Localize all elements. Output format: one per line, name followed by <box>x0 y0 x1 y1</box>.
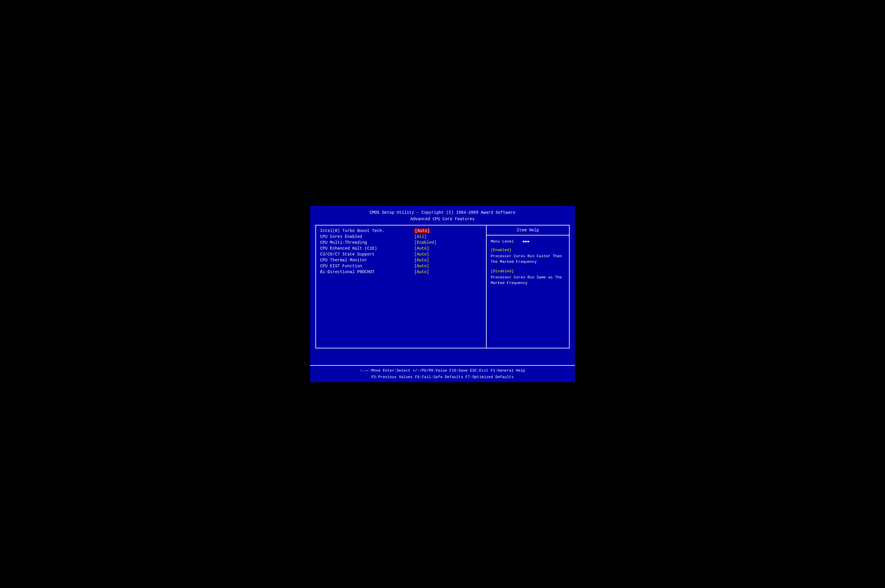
help-section-disabled: [Disabled] Processor Cores Run Same as T… <box>491 269 565 286</box>
menu-item-row[interactable]: Intel(R) Turbo Boost Tech.[Auto] <box>320 228 482 233</box>
footer-line1: ↑↓→←:Move Enter:Select +/-/PU/PD:Value F… <box>316 368 569 374</box>
menu-item-label: Intel(R) Turbo Boost Tech. <box>320 228 414 233</box>
header-line1: CMOS Setup Utility - Copyright (C) 1984-… <box>313 209 572 216</box>
item-help-title: Item Help <box>487 225 569 236</box>
help-disabled-title: [Disabled] <box>491 269 565 273</box>
help-enabled-text: Processor Cores Run Faster Then The Mark… <box>491 254 565 265</box>
menu-item-label: CPU Cores Enabled <box>320 234 414 239</box>
main-content: Intel(R) Turbo Boost Tech.[Auto]CPU Core… <box>316 225 569 348</box>
menu-item-row[interactable]: CPU EIST Function[Auto] <box>320 264 482 268</box>
menu-item-row[interactable]: CPU Multi-Threading[Enabled] <box>320 240 482 245</box>
bios-footer: ↑↓→←:Move Enter:Select +/-/PU/PD:Value F… <box>310 365 575 382</box>
menu-item-row[interactable]: CPU Cores Enabled[All] <box>320 234 482 239</box>
header-line2: Advanced CPU Core Features <box>313 216 572 222</box>
menu-item-row[interactable]: CPU Enhanced Halt (C1E)[Auto] <box>320 246 482 251</box>
item-help-content: Menu Level ▶▶▶ [Enabled] Processor Cores… <box>487 236 569 294</box>
menu-item-row[interactable]: C3/C6/C7 State Support[Auto] <box>320 252 482 256</box>
menu-item-value[interactable]: [Auto] <box>414 258 429 262</box>
menu-item-label: CPU EIST Function <box>320 264 414 268</box>
menu-item-row[interactable]: Bi-Directional PROCHOT[Auto] <box>320 270 482 274</box>
menu-item-label: CPU Thermal Monitor <box>320 258 414 262</box>
menu-level-arrows: ▶▶▶ <box>523 239 530 244</box>
left-panel: Intel(R) Turbo Boost Tech.[Auto]CPU Core… <box>316 225 487 348</box>
menu-item-value[interactable]: [Auto] <box>414 264 429 268</box>
menu-item-row[interactable]: CPU Thermal Monitor[Auto] <box>320 258 482 262</box>
right-panel: Item Help Menu Level ▶▶▶ [Enabled] Proce… <box>487 225 569 348</box>
menu-level-label: Menu Level <box>491 239 514 244</box>
menu-item-value[interactable]: [Enabled] <box>414 240 437 245</box>
bios-header: CMOS Setup Utility - Copyright (C) 1984-… <box>310 206 575 225</box>
menu-item-value[interactable]: [Auto] <box>414 270 429 274</box>
menu-item-value[interactable]: [Auto] <box>414 246 429 251</box>
help-enabled-title: [Enabled] <box>491 248 565 252</box>
help-disabled-text: Processor Cores Run Same as The Marked F… <box>491 274 565 286</box>
menu-item-label: Bi-Directional PROCHOT <box>320 270 414 274</box>
menu-item-value[interactable]: [All] <box>414 234 427 239</box>
menu-item-label: CPU Enhanced Halt (C1E) <box>320 246 414 251</box>
menu-level: Menu Level ▶▶▶ <box>491 239 565 244</box>
menu-item-value[interactable]: [Auto] <box>414 228 430 233</box>
footer-line2: F5:Previous Values F6:Fail-Safe Defaults… <box>316 374 569 380</box>
menu-item-value[interactable]: [Auto] <box>414 252 429 256</box>
bios-screen: CMOS Setup Utility - Copyright (C) 1984-… <box>310 206 575 382</box>
help-section-enabled: [Enabled] Processor Cores Run Faster The… <box>491 248 565 265</box>
menu-item-label: C3/C6/C7 State Support <box>320 252 414 256</box>
menu-item-label: CPU Multi-Threading <box>320 240 414 245</box>
